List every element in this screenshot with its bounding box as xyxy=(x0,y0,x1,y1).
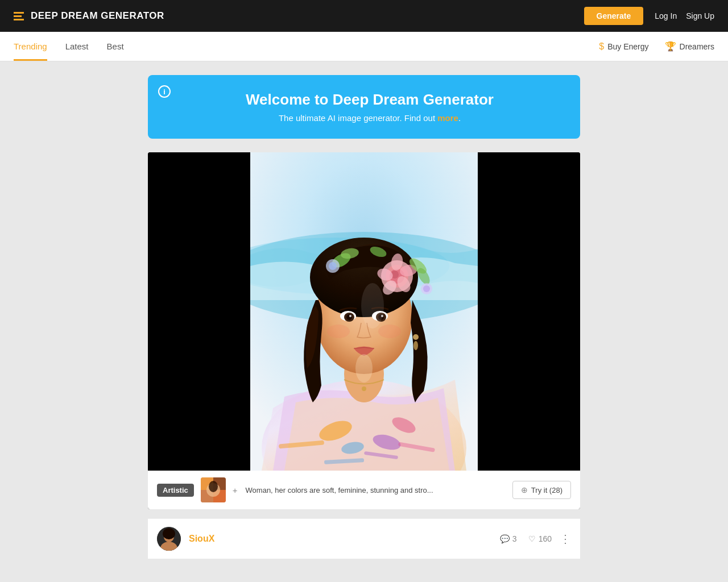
svg-point-41 xyxy=(361,283,384,329)
user-avatar xyxy=(157,527,181,551)
comment-count: 3 xyxy=(512,534,517,543)
username[interactable]: SiouX xyxy=(189,534,492,544)
more-options-icon[interactable]: ⋮ xyxy=(560,532,571,546)
like-count: 160 xyxy=(539,534,552,543)
energy-icon: $ xyxy=(599,41,604,52)
trophy-icon: 🏆 xyxy=(665,41,676,52)
main-nav: Trending Latest Best $ Buy Energy 🏆 Drea… xyxy=(0,32,728,61)
prompt-text: Woman, her colors are soft, feminine, st… xyxy=(246,486,506,494)
main-image-container[interactable] xyxy=(148,152,580,471)
black-right xyxy=(478,152,580,471)
login-link[interactable]: Log In xyxy=(655,11,677,20)
style-tag[interactable]: Artistic xyxy=(157,484,194,497)
comment-icon: 💬 xyxy=(500,534,510,543)
info-icon: i xyxy=(158,85,171,98)
try-it-button[interactable]: ⊕ Try it (28) xyxy=(512,481,571,499)
svg-point-36 xyxy=(329,262,337,270)
banner-title: Welcome to Deep Dream Generator xyxy=(182,91,557,109)
svg-point-40 xyxy=(413,341,418,350)
svg-point-38 xyxy=(423,285,430,292)
try-icon: ⊕ xyxy=(521,485,528,494)
welcome-banner: i Welcome to Deep Dream Generator The ul… xyxy=(148,75,580,139)
nav-item-latest[interactable]: Latest xyxy=(65,32,89,61)
svg-point-57 xyxy=(163,528,175,539)
logo-text: DEEP DREAM GENERATOR xyxy=(31,10,164,22)
svg-point-43 xyxy=(362,386,366,391)
nav-item-trending[interactable]: Trending xyxy=(14,32,47,61)
header-left: DEEP DREAM GENERATOR xyxy=(14,10,164,22)
plus-icon: + xyxy=(233,485,238,495)
banner-more-link[interactable]: more xyxy=(437,113,458,123)
nav-left: Trending Latest Best xyxy=(14,32,124,61)
header-right: Generate Log In Sign Up xyxy=(584,7,714,25)
svg-point-54 xyxy=(209,481,218,492)
site-header: DEEP DREAM GENERATOR Generate Log In Sig… xyxy=(0,0,728,32)
user-row: SiouX 💬 3 ♡ 160 ⋮ xyxy=(148,518,580,559)
image-bottom-bar: Artistic + Woman, her colors are soft, f… xyxy=(148,471,580,509)
svg-point-15 xyxy=(346,314,352,320)
style-thumbnail xyxy=(201,477,226,502)
heart-icon: ♡ xyxy=(528,534,536,543)
svg-point-20 xyxy=(378,325,401,338)
like-action[interactable]: ♡ 160 xyxy=(528,534,552,543)
menu-icon[interactable] xyxy=(14,12,24,20)
generate-button[interactable]: Generate xyxy=(584,7,644,25)
nav-item-best[interactable]: Best xyxy=(107,32,124,61)
svg-point-17 xyxy=(349,315,351,317)
svg-point-39 xyxy=(413,334,419,340)
black-left xyxy=(148,152,250,471)
signup-link[interactable]: Sign Up xyxy=(686,11,714,20)
svg-point-42 xyxy=(355,354,373,383)
image-card: Artistic + Woman, her colors are soft, f… xyxy=(148,152,580,509)
dreamers-link[interactable]: 🏆 Dreamers xyxy=(665,41,714,52)
auth-links: Log In Sign Up xyxy=(655,11,714,20)
comment-action[interactable]: 💬 3 xyxy=(500,534,517,543)
main-content: i Welcome to Deep Dream Generator The ul… xyxy=(148,61,580,581)
nav-right: $ Buy Energy 🏆 Dreamers xyxy=(599,41,714,52)
banner-description: The ultimate AI image generator. Find ou… xyxy=(182,113,557,123)
svg-point-19 xyxy=(327,325,350,338)
user-actions: 💬 3 ♡ 160 xyxy=(500,534,552,543)
buy-energy-link[interactable]: $ Buy Energy xyxy=(599,41,648,52)
portrait-image xyxy=(250,152,478,471)
